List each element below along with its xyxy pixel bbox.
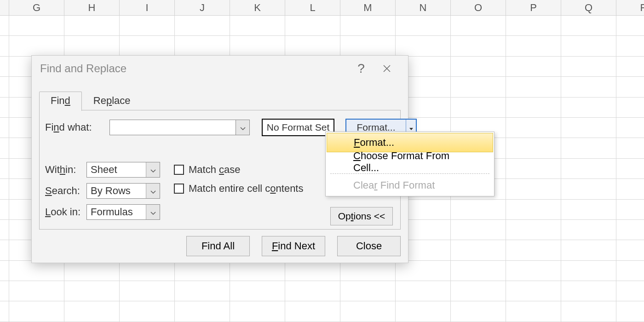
options-label: Options << bbox=[338, 211, 385, 221]
within-combo[interactable]: Sheet bbox=[86, 162, 160, 178]
menu-item-choose-format[interactable]: Choose Format From Cell... bbox=[327, 152, 493, 172]
close-label: Close bbox=[356, 240, 382, 252]
tab-replace-label: Replace bbox=[93, 95, 131, 106]
col-header-q[interactable]: Q bbox=[561, 0, 616, 15]
col-header-n[interactable]: N bbox=[396, 0, 451, 15]
search-label: Search: bbox=[45, 185, 82, 197]
find-what-combo[interactable] bbox=[109, 120, 250, 135]
match-case-checkbox[interactable]: Match case bbox=[174, 164, 241, 176]
find-all-label: Find All bbox=[201, 240, 235, 252]
find-next-label: Find Next bbox=[272, 240, 315, 252]
search-dropdown[interactable] bbox=[146, 184, 160, 198]
grid-row[interactable] bbox=[0, 281, 644, 301]
find-what-label: Find what: bbox=[45, 121, 105, 133]
col-header-h[interactable]: H bbox=[64, 0, 120, 15]
close-icon bbox=[383, 61, 391, 76]
chevron-down-icon bbox=[150, 206, 156, 218]
col-header-r[interactable]: R bbox=[616, 0, 644, 15]
checkbox-icon bbox=[174, 184, 184, 194]
help-icon: ? bbox=[357, 61, 365, 76]
format-dropdown-menu: Format... Choose Format From Cell... Cle… bbox=[325, 132, 494, 196]
close-dialog-button[interactable]: Close bbox=[337, 236, 401, 256]
find-next-button[interactable]: Find Next bbox=[262, 236, 325, 256]
within-dropdown[interactable] bbox=[146, 162, 160, 177]
menu-item-clear-format: Clear Find Format bbox=[327, 176, 493, 195]
options-button[interactable]: Options << bbox=[330, 207, 393, 225]
chevron-down-icon bbox=[240, 121, 246, 133]
format-preview: No Format Set bbox=[262, 119, 334, 136]
grid-row[interactable] bbox=[0, 36, 644, 56]
lookin-combo[interactable]: Formulas bbox=[86, 204, 160, 220]
match-case-label: Match case bbox=[189, 164, 241, 176]
search-value: By Rows bbox=[87, 185, 146, 197]
col-header-g[interactable]: G bbox=[9, 0, 64, 15]
col-header-o[interactable]: O bbox=[451, 0, 506, 15]
dialog-title: Find and Replace bbox=[40, 62, 348, 75]
col-header-k[interactable]: K bbox=[230, 0, 285, 15]
match-entire-checkbox[interactable]: Match entire cell contents bbox=[174, 183, 303, 195]
tab-replace[interactable]: Replace bbox=[82, 92, 142, 111]
col-header-blank[interactable] bbox=[0, 0, 9, 15]
find-what-dropdown[interactable] bbox=[236, 120, 250, 135]
dialog-titlebar[interactable]: Find and Replace ? bbox=[32, 56, 408, 81]
find-what-input[interactable] bbox=[109, 120, 236, 135]
menu-item-format-label: Format... bbox=[354, 137, 394, 149]
match-entire-label: Match entire cell contents bbox=[189, 183, 303, 195]
close-button[interactable] bbox=[374, 58, 400, 80]
dialog-button-row: Find All Find Next Close bbox=[32, 236, 401, 256]
grid-row[interactable] bbox=[0, 301, 644, 322]
col-header-i[interactable]: I bbox=[120, 0, 175, 15]
tabstrip: Find Replace bbox=[39, 92, 142, 111]
checkbox-icon bbox=[174, 165, 184, 175]
find-all-button[interactable]: Find All bbox=[186, 236, 250, 256]
tab-find-label: Find bbox=[51, 95, 70, 106]
within-value: Sheet bbox=[87, 164, 146, 176]
menu-item-choose-format-label: Choose Format From Cell... bbox=[353, 150, 466, 174]
chevron-down-icon bbox=[150, 164, 156, 176]
grid-row[interactable] bbox=[0, 261, 644, 281]
col-header-p[interactable]: P bbox=[506, 0, 561, 15]
col-header-l[interactable]: L bbox=[285, 0, 340, 15]
chevron-down-icon bbox=[150, 185, 156, 197]
grid-row[interactable] bbox=[0, 16, 644, 36]
lookin-value: Formulas bbox=[87, 206, 146, 218]
menu-item-format[interactable]: Format... bbox=[327, 133, 493, 152]
menu-item-clear-format-label: Clear Find Format bbox=[353, 179, 435, 191]
within-label: Within: bbox=[45, 164, 82, 176]
lookin-dropdown[interactable] bbox=[146, 205, 160, 219]
help-button[interactable]: ? bbox=[348, 58, 374, 80]
tab-find[interactable]: Find bbox=[39, 92, 82, 111]
search-combo[interactable]: By Rows bbox=[86, 183, 160, 199]
col-header-m[interactable]: M bbox=[340, 0, 396, 15]
col-header-j[interactable]: J bbox=[175, 0, 230, 15]
column-headers-row: G H I J K L M N O P Q R bbox=[0, 0, 644, 16]
lookin-label: Look in: bbox=[45, 206, 82, 218]
